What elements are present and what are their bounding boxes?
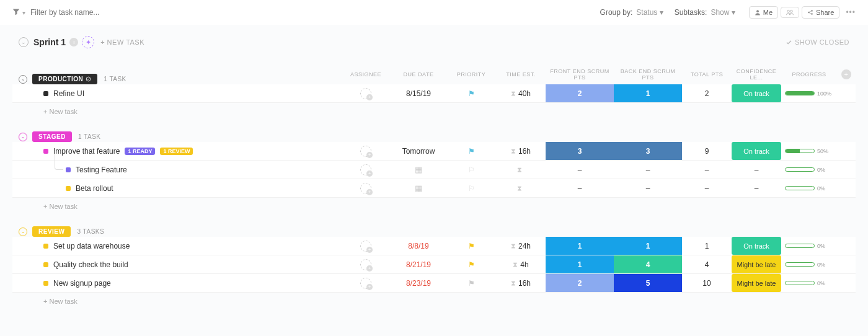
col-header-progress: PROGRESS [781, 71, 837, 77]
assignee-add-icon[interactable] [360, 259, 371, 270]
group-collapse-icon[interactable]: ⌄ [19, 228, 27, 236]
progress-bar: 50% [781, 148, 837, 154]
priority-flag-icon[interactable]: ⚑ [468, 279, 475, 288]
new-task-row[interactable]: + New task [12, 103, 856, 120]
task-count: 3 TASKS [77, 228, 104, 235]
filter-input[interactable] [30, 8, 216, 17]
new-task-row[interactable]: + New task [12, 198, 856, 215]
be-pts-cell[interactable]: – [614, 179, 682, 197]
be-pts-cell[interactable]: 1 [614, 237, 682, 255]
assignee-add-icon[interactable] [360, 164, 371, 175]
fe-pts-cell[interactable]: 2 [546, 274, 614, 292]
status-pill-review[interactable]: REVIEW [32, 226, 71, 237]
subtasks-label: Subtasks: [675, 8, 707, 17]
col-header-due: DUE DATE [391, 71, 446, 77]
time-est-cell[interactable]: ⧗40h [496, 84, 546, 102]
time-est-cell[interactable]: ⧗ [496, 179, 546, 197]
be-pts-cell[interactable]: – [614, 161, 682, 179]
task-row[interactable]: Quality check the build 8/21/19 ⚑ ⧗4h 1 … [12, 255, 856, 274]
add-column-button[interactable]: + [837, 69, 856, 79]
group-collapse-icon[interactable]: ⌄ [19, 75, 27, 84]
due-date-cell[interactable]: 8/15/19 [391, 84, 446, 102]
time-est-cell[interactable]: ⧗ [496, 161, 546, 179]
svg-point-2 [790, 10, 793, 12]
tree-connector [55, 151, 63, 170]
group-collapse-icon[interactable]: ⌄ [19, 133, 27, 141]
task-row[interactable]: Set up data warehouse 8/8/19 ⚑ ⧗24h 1 1 … [12, 237, 856, 255]
show-closed-button[interactable]: SHOW CLOSED [786, 38, 849, 46]
task-name: Testing Feature [76, 166, 127, 174]
due-date-cell[interactable]: 8/21/19 [391, 255, 446, 273]
confidence-badge[interactable]: On track [732, 142, 781, 160]
fe-pts-cell[interactable]: – [546, 161, 614, 179]
due-date-cell[interactable]: 8/23/19 [391, 274, 446, 292]
progress-bar: 0% [781, 280, 837, 286]
fe-pts-cell[interactable]: – [546, 179, 614, 197]
confidence-cell[interactable]: – [732, 179, 781, 197]
more-icon[interactable]: ••• [846, 8, 856, 17]
priority-flag-icon[interactable]: ⚑ [468, 147, 475, 156]
be-pts-cell[interactable]: 4 [614, 255, 682, 273]
subtask-row[interactable]: Beta rollout ▦ ⚐ ⧗ – – – – 0% [12, 179, 856, 198]
status-dot [43, 281, 48, 286]
priority-flag-icon[interactable]: ⚐ [468, 184, 475, 193]
task-row[interactable]: Improve that feature 1 READY 1 REVIEW To… [12, 142, 856, 161]
priority-flag-icon[interactable]: ⚑ [468, 260, 475, 269]
me-button[interactable]: Me [749, 6, 778, 19]
be-pts-cell[interactable]: 1 [614, 84, 682, 102]
fe-pts-cell[interactable]: 3 [546, 142, 614, 160]
col-header-total: TOTAL PTS [682, 71, 732, 77]
time-est-cell[interactable]: ⧗24h [496, 237, 546, 255]
priority-flag-icon[interactable]: ⚑ [468, 242, 475, 250]
fe-pts-cell[interactable]: 1 [546, 237, 614, 255]
chevron-down-icon[interactable]: ▾ [22, 9, 25, 16]
new-task-row[interactable]: + New task [12, 293, 856, 310]
due-date-cell[interactable]: ▦ [391, 161, 446, 179]
assignee-add-icon[interactable] [360, 241, 371, 252]
progress-bar: 0% [781, 243, 837, 249]
confidence-badge[interactable]: Might be late [732, 255, 781, 273]
subtask-tag-ready[interactable]: 1 READY [125, 148, 155, 155]
time-est-cell[interactable]: ⧗16h [496, 274, 546, 292]
assignees-button[interactable] [781, 7, 799, 18]
subtask-row[interactable]: Testing Feature ▦ ⚐ ⧗ – – – – 0% [12, 161, 856, 179]
be-pts-cell[interactable]: 5 [614, 274, 682, 292]
status-pill-staged[interactable]: STAGED [32, 131, 72, 142]
crosshair-icon[interactable]: ✦ [82, 36, 94, 48]
task-row[interactable]: Refine UI 8/15/19 ⚑ ⧗40h 2 1 2 On track … [12, 84, 856, 103]
col-header-confidence: CONFIDENCE LE... [732, 68, 781, 81]
priority-flag-icon[interactable]: ⚐ [468, 166, 475, 174]
sprint-header: ⌄ Sprint 1 i ✦ + NEW TASK SHOW CLOSED [12, 31, 856, 53]
priority-flag-icon[interactable]: ⚑ [468, 89, 475, 98]
new-task-button[interactable]: + NEW TASK [100, 38, 144, 46]
task-name: Set up data warehouse [53, 242, 130, 250]
due-date-cell[interactable]: 8/8/19 [391, 237, 446, 255]
col-header-be: BACK END SCRUM PTS [614, 68, 682, 81]
info-icon[interactable]: i [69, 38, 78, 46]
task-row[interactable]: New signup page 8/23/19 ⚑ ⧗16h 2 5 10 Mi… [12, 274, 856, 293]
progress-bar: 0% [781, 185, 837, 192]
due-date-cell[interactable]: Tomorrow [391, 142, 446, 160]
subtasks-value[interactable]: Show ▾ [711, 8, 735, 17]
progress-bar: 0% [781, 167, 837, 173]
assignee-add-icon[interactable] [360, 146, 371, 157]
assignee-add-icon[interactable] [360, 88, 371, 99]
share-button[interactable]: Share [802, 6, 839, 19]
status-pill-production[interactable]: PRODUCTION [32, 74, 97, 84]
subtask-tag-review[interactable]: 1 REVIEW [160, 148, 193, 155]
due-date-cell[interactable]: ▦ [391, 179, 446, 197]
assignee-add-icon[interactable] [360, 278, 371, 289]
group-by-value[interactable]: Status ▾ [636, 8, 663, 17]
confidence-cell[interactable]: – [732, 161, 781, 179]
confidence-badge[interactable]: On track [732, 84, 781, 102]
confidence-badge[interactable]: On track [732, 237, 781, 255]
fe-pts-cell[interactable]: 1 [546, 255, 614, 273]
confidence-badge[interactable]: Might be late [732, 274, 781, 292]
be-pts-cell[interactable]: 3 [614, 142, 682, 160]
sprint-collapse-icon[interactable]: ⌄ [19, 37, 29, 47]
fe-pts-cell[interactable]: 2 [546, 84, 614, 102]
status-dot [66, 167, 71, 172]
time-est-cell[interactable]: ⧗4h [496, 255, 546, 273]
time-est-cell[interactable]: ⧗16h [496, 142, 546, 160]
assignee-add-icon[interactable] [360, 183, 371, 194]
